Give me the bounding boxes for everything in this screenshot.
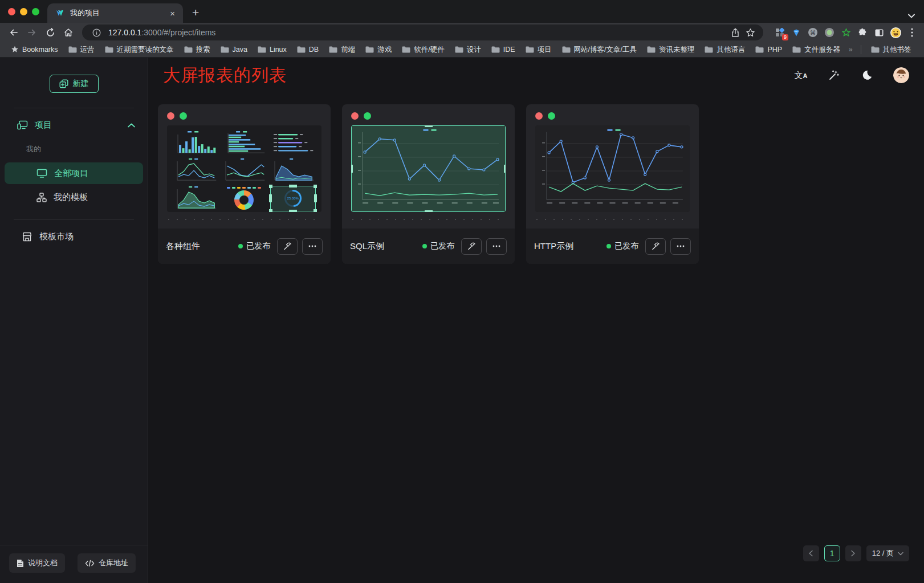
folder-icon bbox=[526, 46, 534, 53]
http-line-chart bbox=[535, 125, 690, 212]
browser-tab[interactable]: 我的项目 × bbox=[47, 3, 183, 23]
new-project-button[interactable]: 新建 bbox=[50, 75, 99, 93]
extension-record-icon[interactable] bbox=[823, 26, 836, 39]
project-card-components[interactable]: 25.00% 各种组件 已发布 bbox=[158, 104, 331, 264]
extensions-row: 9 ⌘ bbox=[769, 26, 918, 39]
more-options-button[interactable] bbox=[486, 238, 507, 255]
bookmark-folder[interactable]: PHP bbox=[751, 44, 786, 56]
card-window-dots bbox=[526, 104, 699, 124]
card-window-dots bbox=[342, 104, 515, 124]
site-info-icon[interactable] bbox=[89, 25, 104, 40]
more-options-button[interactable] bbox=[302, 238, 323, 255]
project-title: HTTP示例 bbox=[534, 241, 602, 252]
tab-search-chevron-icon[interactable] bbox=[908, 14, 915, 18]
new-copy-plus-icon bbox=[59, 79, 68, 88]
bookmark-star-icon[interactable] bbox=[743, 25, 758, 40]
card-footer: HTTP示例 已发布 bbox=[526, 229, 699, 264]
edit-hammer-button[interactable] bbox=[645, 238, 666, 255]
extension-command-icon[interactable]: ⌘ bbox=[807, 26, 819, 39]
bookmark-folder[interactable]: 设计 bbox=[451, 44, 485, 56]
selection-overlay[interactable] bbox=[351, 125, 506, 212]
status-badge: 已发布 bbox=[422, 241, 454, 251]
mini-line-chart-2 bbox=[221, 158, 267, 183]
page-size-select[interactable]: 12 / 页 bbox=[866, 545, 909, 561]
back-button[interactable] bbox=[6, 25, 22, 40]
minimize-window-button[interactable] bbox=[20, 8, 27, 15]
close-window-button[interactable] bbox=[8, 8, 15, 15]
home-button[interactable] bbox=[60, 25, 76, 40]
project-thumbnail-http[interactable] bbox=[535, 125, 690, 212]
bookmark-folder[interactable]: 运营 bbox=[64, 44, 99, 56]
bookmark-folder-label: Linux bbox=[270, 46, 287, 54]
more-options-button[interactable] bbox=[670, 238, 691, 255]
main-content: 大屏报表的列表 文A bbox=[148, 58, 924, 583]
bookmark-folder[interactable]: 搜索 bbox=[180, 44, 214, 56]
project-card-http[interactable]: HTTP示例 已发布 bbox=[526, 104, 699, 264]
browser-menu-icon[interactable] bbox=[906, 26, 918, 39]
bookmark-folder[interactable]: Java bbox=[217, 44, 251, 56]
folder-icon bbox=[297, 46, 306, 53]
extension-grid-icon[interactable]: 9 bbox=[774, 26, 786, 39]
sidebar-item-template-market[interactable]: 模板市场 bbox=[5, 226, 143, 247]
mini-line-chart-1 bbox=[173, 158, 218, 183]
next-page-button[interactable] bbox=[845, 545, 861, 561]
bookmark-folder[interactable]: 近期需要读的文章 bbox=[101, 44, 178, 56]
forward-button[interactable] bbox=[24, 25, 40, 40]
mini-gauge-selected[interactable]: 25.00% bbox=[270, 186, 316, 211]
bookmark-folder[interactable]: DB bbox=[293, 44, 323, 56]
new-tab-button[interactable]: + bbox=[183, 6, 208, 23]
sidebar-item-my-templates[interactable]: 我的模板 bbox=[5, 186, 143, 208]
edit-hammer-button[interactable] bbox=[461, 238, 482, 255]
url-text[interactable]: 127.0.0.1:3000/#/project/items bbox=[108, 28, 728, 37]
other-bookmarks[interactable]: 其他书签 bbox=[867, 44, 915, 56]
chevron-up-icon[interactable] bbox=[128, 123, 135, 128]
page-number-1[interactable]: 1 bbox=[824, 545, 840, 561]
user-avatar[interactable] bbox=[893, 67, 909, 83]
share-icon[interactable] bbox=[728, 25, 743, 40]
bookmark-folder[interactable]: 网站/博客/文章/工具 bbox=[558, 44, 641, 56]
bookmark-folder[interactable]: 前端 bbox=[325, 44, 359, 56]
bookmark-folder[interactable]: 软件/硬件 bbox=[398, 44, 448, 56]
address-bar[interactable]: 127.0.0.1:3000/#/project/items bbox=[82, 25, 763, 40]
folder-icon bbox=[402, 46, 410, 53]
folder-icon bbox=[68, 46, 77, 53]
docs-button[interactable]: 说明文档 bbox=[9, 553, 65, 573]
bookmark-folder[interactable]: IDE bbox=[487, 44, 519, 56]
dark-mode-moon-icon[interactable] bbox=[860, 68, 874, 82]
project-card-sql[interactable]: SQL示例 已发布 bbox=[342, 104, 515, 264]
browser-toolbar: 127.0.0.1:3000/#/project/items 9 ⌘ bbox=[0, 23, 924, 42]
profile-avatar-emoji[interactable] bbox=[889, 26, 902, 39]
bookmark-folder-label: 搜索 bbox=[196, 45, 210, 55]
magic-wand-icon[interactable] bbox=[827, 68, 841, 82]
extension-star-icon[interactable] bbox=[840, 26, 852, 39]
bookmarks-overflow-chevron[interactable]: » bbox=[846, 46, 855, 54]
maximize-window-button[interactable] bbox=[32, 8, 39, 15]
bookmark-folder[interactable]: 其他语言 bbox=[701, 44, 749, 56]
sidebar-group-mine: 我的 bbox=[0, 136, 148, 161]
edit-hammer-button[interactable] bbox=[277, 238, 298, 255]
bookmark-folder[interactable]: 游戏 bbox=[361, 44, 396, 56]
bookmarks-manager[interactable]: Bookmarks bbox=[7, 44, 62, 55]
bookmark-folder[interactable]: 文件服务器 bbox=[788, 44, 844, 56]
bookmark-folder[interactable]: 资讯未整理 bbox=[643, 44, 699, 56]
project-thumbnail-sql[interactable] bbox=[351, 125, 506, 212]
window-controls[interactable] bbox=[0, 0, 47, 23]
reload-button[interactable] bbox=[42, 25, 58, 40]
sidebar-menu-project[interactable]: 项目 bbox=[0, 108, 148, 136]
side-panel-icon[interactable] bbox=[873, 26, 885, 39]
extensions-puzzle-icon[interactable] bbox=[856, 26, 869, 39]
project-thumbnail-components[interactable]: 25.00% bbox=[167, 125, 321, 212]
bookmark-folder-label: DB bbox=[309, 46, 319, 54]
prev-page-button[interactable] bbox=[803, 545, 819, 561]
repo-button[interactable]: 仓库地址 bbox=[78, 553, 136, 573]
bookmark-folder[interactable]: Linux bbox=[254, 44, 291, 56]
folder-icon bbox=[455, 46, 463, 53]
status-dot bbox=[238, 244, 243, 248]
folder-icon bbox=[491, 46, 500, 53]
tab-close-icon[interactable]: × bbox=[168, 9, 177, 18]
sidebar-item-all-projects[interactable]: 全部项目 bbox=[5, 162, 143, 184]
language-icon[interactable]: 文A bbox=[794, 68, 808, 82]
bookmark-folder[interactable]: 项目 bbox=[522, 44, 556, 56]
extension-gem-icon[interactable] bbox=[790, 26, 803, 39]
browser-tab-strip: 我的项目 × + bbox=[0, 0, 924, 23]
